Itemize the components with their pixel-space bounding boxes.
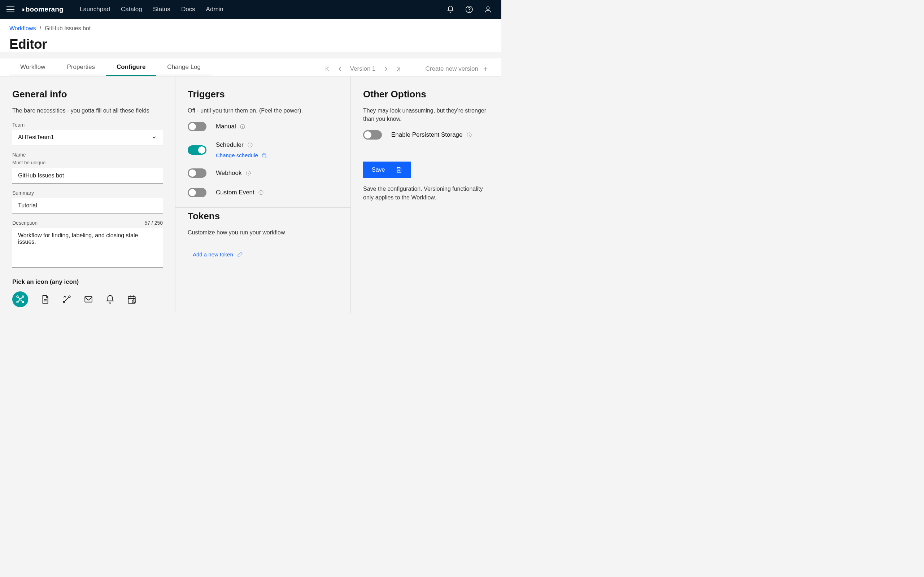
description-label: Description — [12, 220, 37, 226]
svg-point-9 — [69, 296, 70, 297]
breadcrumb-root[interactable]: Workflows — [10, 25, 36, 32]
top-nav: ››boomerang Launchpad Catalog Status Doc… — [0, 0, 501, 19]
version-next-icon[interactable] — [382, 66, 389, 72]
info-icon — [258, 190, 264, 195]
team-select[interactable]: AHTestTeam1 — [12, 130, 163, 145]
breadcrumb-sep: / — [40, 25, 41, 32]
info-icon[interactable] — [246, 170, 251, 176]
description-input[interactable] — [12, 228, 163, 268]
storage-label: Enable Persistent Storage — [391, 131, 463, 139]
general-info-column: General info The bare necessities - you … — [0, 76, 175, 313]
other-heading: Other Options — [363, 89, 489, 100]
chevron-down-icon — [151, 134, 157, 140]
nav-status[interactable]: Status — [153, 6, 170, 13]
version-last-icon[interactable] — [395, 66, 402, 72]
description-counter: 57 / 250 — [144, 220, 163, 226]
save-button[interactable]: Save — [363, 161, 411, 178]
calendar-time-icon — [262, 153, 267, 158]
svg-point-5 — [16, 301, 18, 303]
name-input[interactable] — [12, 168, 163, 184]
trigger-webhook-label: Webhook — [216, 169, 242, 177]
icon-option-path[interactable] — [62, 295, 71, 304]
icon-option-document[interactable] — [40, 295, 50, 304]
toggle-webhook[interactable] — [188, 168, 207, 178]
main-content: General info The bare necessities - you … — [0, 76, 501, 313]
nav-catalog[interactable]: Catalog — [121, 6, 142, 13]
svg-point-2 — [486, 7, 489, 10]
tokens-sub: Customize how you run your workflow — [188, 228, 338, 237]
middle-column: Triggers Off - until you turn them on. (… — [175, 76, 351, 313]
breadcrumb: Workflows / GitHub Issues bot — [10, 25, 492, 32]
page-header: Workflows / GitHub Issues bot Editor — [0, 19, 501, 52]
summary-input[interactable] — [12, 198, 163, 213]
divider — [73, 4, 73, 15]
trigger-custom-event-label: Custom Event — [216, 189, 254, 196]
icon-option-calendar[interactable] — [127, 295, 136, 304]
tab-changelog[interactable]: Change Log — [156, 59, 212, 76]
icon-option-flow-selected[interactable] — [12, 292, 28, 307]
tab-workflow[interactable]: Workflow — [10, 59, 56, 76]
name-label: Name — [12, 152, 163, 158]
trigger-scheduler-label: Scheduler — [216, 141, 244, 148]
trigger-manual-label: Manual — [216, 123, 236, 130]
tab-row: Workflow Properties Configure Change Log… — [0, 58, 501, 76]
triggers-sub: Off - until you turn them on. (Feel the … — [188, 106, 338, 115]
nav-links: Launchpad Catalog Status Docs Admin — [80, 6, 223, 13]
toggle-manual[interactable] — [188, 122, 207, 131]
triggers-heading: Triggers — [188, 89, 338, 100]
icon-heading: Pick an icon (any icon) — [12, 279, 163, 285]
icon-option-mail[interactable] — [84, 295, 93, 304]
add-token-link[interactable]: Add a new token — [193, 251, 338, 258]
toggle-persistent-storage[interactable] — [363, 130, 382, 140]
tab-properties[interactable]: Properties — [56, 59, 106, 76]
info-icon[interactable] — [466, 132, 472, 138]
icon-row — [12, 292, 163, 307]
svg-point-8 — [63, 301, 65, 303]
nav-docs[interactable]: Docs — [181, 6, 195, 13]
brand-logo[interactable]: ››boomerang — [22, 5, 63, 13]
toggle-custom-event[interactable] — [188, 188, 207, 197]
edit-icon — [237, 251, 243, 258]
svg-rect-15 — [262, 154, 266, 157]
toggle-scheduler[interactable] — [188, 145, 207, 155]
svg-point-4 — [22, 296, 23, 297]
page-title: Editor — [10, 37, 492, 52]
svg-point-1 — [469, 11, 470, 11]
svg-point-3 — [16, 296, 18, 297]
info-icon[interactable] — [247, 142, 253, 148]
menu-icon[interactable] — [6, 4, 16, 15]
save-help: Save the configuration. Versioning funct… — [363, 185, 486, 202]
svg-rect-10 — [85, 297, 92, 302]
other-sub: They may look unassuming, but they're st… — [363, 106, 489, 123]
general-sub: The bare necessities - you gotta fill ou… — [12, 106, 163, 115]
right-column: Other Options They may look unassuming, … — [351, 76, 501, 313]
version-controls: Version 1 Create new version — [324, 65, 488, 73]
breadcrumb-current: GitHub Issues bot — [45, 25, 90, 32]
version-prev-icon[interactable] — [337, 66, 344, 72]
name-help: Must be unique — [12, 160, 163, 165]
summary-label: Summary — [12, 190, 163, 196]
svg-point-6 — [22, 301, 23, 303]
bell-icon[interactable] — [446, 5, 454, 13]
nav-admin[interactable]: Admin — [206, 6, 223, 13]
info-icon[interactable] — [240, 124, 246, 129]
icon-option-bell[interactable] — [105, 295, 115, 304]
user-icon[interactable] — [484, 5, 492, 13]
svg-point-0 — [466, 6, 472, 13]
tokens-heading: Tokens — [188, 211, 338, 222]
general-heading: General info — [12, 89, 163, 100]
version-label: Version 1 — [350, 65, 376, 73]
nav-launchpad[interactable]: Launchpad — [80, 6, 110, 13]
save-icon — [396, 167, 402, 173]
create-version-button[interactable]: Create new version — [426, 65, 488, 73]
tab-configure[interactable]: Configure — [106, 59, 156, 76]
version-first-icon[interactable] — [324, 66, 331, 72]
team-label: Team — [12, 122, 163, 128]
help-icon[interactable] — [465, 5, 473, 13]
svg-point-7 — [19, 298, 21, 300]
change-schedule-link[interactable]: Change schedule — [216, 152, 267, 158]
